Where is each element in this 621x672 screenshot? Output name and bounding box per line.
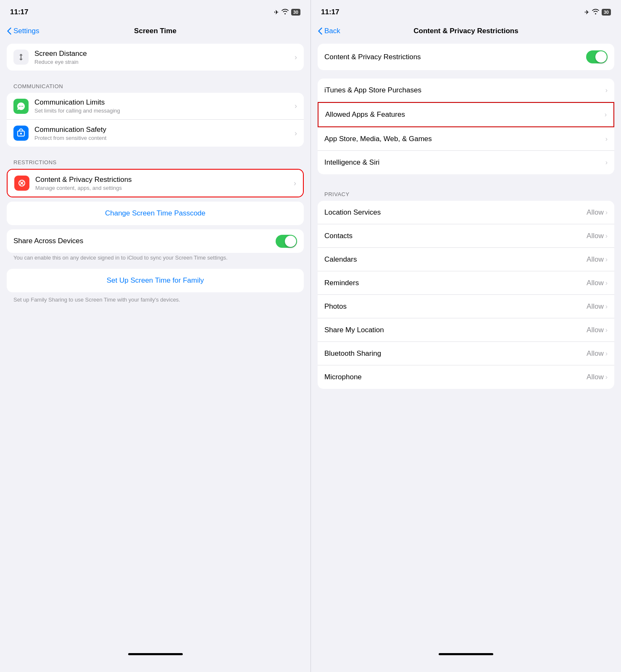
contacts-title: Contacts bbox=[324, 232, 353, 240]
svg-rect-4 bbox=[20, 133, 22, 134]
location-services-value: Allow bbox=[587, 208, 604, 217]
appstore-media-chevron: › bbox=[605, 135, 608, 143]
calendars-title: Calendars bbox=[324, 255, 357, 264]
allowed-apps-title: Allowed Apps & Features bbox=[325, 110, 405, 119]
photos-value: Allow bbox=[587, 302, 604, 311]
calendars-value: Allow bbox=[587, 255, 604, 264]
comm-safety-title: Communication Safety bbox=[34, 126, 291, 134]
content-privacy-toggle-title: Content & Privacy Restrictions bbox=[324, 53, 421, 61]
contacts-item[interactable]: Contacts Allow › bbox=[318, 224, 614, 248]
comm-limits-icon bbox=[13, 99, 29, 114]
comm-safety-subtitle: Protect from sensitive content bbox=[34, 135, 291, 141]
microphone-chevron: › bbox=[605, 373, 608, 381]
itunes-right: › bbox=[605, 87, 608, 94]
microphone-right: Allow › bbox=[587, 373, 608, 381]
screen-distance-subtitle: Reduce eye strain bbox=[34, 59, 291, 65]
content-privacy-card[interactable]: Content & Privacy Restrictions Manage co… bbox=[7, 169, 304, 197]
share-across-title: Share Across Devices bbox=[13, 237, 83, 245]
battery-right: 30 bbox=[602, 9, 611, 16]
calendars-item[interactable]: Calendars Allow › bbox=[318, 248, 614, 271]
share-location-item[interactable]: Share My Location Allow › bbox=[318, 318, 614, 342]
home-indicator-left bbox=[128, 653, 183, 655]
itunes-item[interactable]: iTunes & App Store Purchases › bbox=[318, 79, 614, 102]
reminders-chevron: › bbox=[605, 279, 608, 287]
reminders-item[interactable]: Reminders Allow › bbox=[318, 271, 614, 295]
svg-point-1 bbox=[21, 105, 21, 106]
status-bar-right: 11:17 ✈ 30 bbox=[311, 0, 621, 22]
photos-right: Allow › bbox=[587, 302, 608, 311]
calendars-chevron: › bbox=[605, 256, 608, 263]
top-items-card: iTunes & App Store Purchases › Allowed A… bbox=[318, 79, 614, 174]
content-privacy-chevron: › bbox=[294, 179, 296, 188]
siri-right: › bbox=[605, 159, 608, 166]
back-label-right: Back bbox=[324, 27, 340, 35]
change-passcode-card[interactable]: Change Screen Time Passcode bbox=[7, 202, 304, 225]
location-services-item[interactable]: Location Services Allow › bbox=[318, 201, 614, 224]
privacy-items-card: Location Services Allow › Contacts Allow… bbox=[318, 201, 614, 389]
status-time-right: 11:17 bbox=[321, 8, 339, 16]
allowed-apps-right: › bbox=[605, 111, 607, 118]
change-passcode-btn[interactable]: Change Screen Time Passcode bbox=[13, 209, 297, 218]
wifi-icon-right bbox=[592, 9, 599, 16]
wifi-icon-left bbox=[282, 9, 289, 16]
photos-item[interactable]: Photos Allow › bbox=[318, 295, 614, 318]
svg-point-2 bbox=[22, 105, 23, 106]
home-indicator-right bbox=[439, 653, 493, 655]
share-location-right: Allow › bbox=[587, 326, 608, 334]
privacy-section-label: PRIVACY bbox=[311, 183, 621, 201]
share-across-note: You can enable this on any device signed… bbox=[13, 254, 297, 262]
content-privacy-toggle[interactable] bbox=[586, 50, 608, 63]
status-time-left: 11:17 bbox=[10, 8, 28, 16]
itunes-title: iTunes & App Store Purchases bbox=[324, 86, 421, 94]
reminders-title: Reminders bbox=[324, 279, 359, 287]
content-privacy-title: Content & Privacy Restrictions bbox=[35, 176, 290, 184]
setup-family-card[interactable]: Set Up Screen Time for Family bbox=[7, 269, 304, 292]
toggle-knob bbox=[285, 236, 296, 247]
share-across-toggle[interactable] bbox=[276, 235, 297, 248]
airplane-icon-right: ✈ bbox=[584, 9, 589, 16]
battery-left: 30 bbox=[291, 9, 300, 16]
appstore-media-item[interactable]: App Store, Media, Web, & Games › bbox=[318, 127, 614, 151]
screen-distance-item[interactable]: Screen Distance Reduce eye strain › bbox=[7, 44, 304, 71]
bluetooth-value: Allow bbox=[587, 349, 604, 358]
siri-item[interactable]: Intelligence & Siri › bbox=[318, 151, 614, 174]
bluetooth-item[interactable]: Bluetooth Sharing Allow › bbox=[318, 342, 614, 365]
microphone-value: Allow bbox=[587, 373, 604, 381]
back-button-right[interactable]: Back bbox=[318, 27, 340, 35]
comm-safety-text: Communication Safety Protect from sensit… bbox=[34, 126, 291, 141]
allowed-apps-highlighted[interactable]: Allowed Apps & Features › bbox=[318, 102, 614, 127]
content-privacy-toggle-row: Content & Privacy Restrictions bbox=[318, 44, 614, 70]
appstore-media-title: App Store, Media, Web, & Games bbox=[324, 135, 432, 143]
communication-limits-item[interactable]: Communication Limits Set limits for call… bbox=[7, 93, 304, 120]
left-panel: 11:17 ✈ 30 Settings Screen Time bbox=[0, 0, 310, 672]
share-location-value: Allow bbox=[587, 326, 604, 334]
status-bar-left: 11:17 ✈ 30 bbox=[0, 0, 310, 22]
comm-safety-chevron: › bbox=[295, 129, 297, 138]
communication-safety-item[interactable]: Communication Safety Protect from sensit… bbox=[7, 120, 304, 147]
bluetooth-right: Allow › bbox=[587, 349, 608, 358]
status-icons-right: ✈ 30 bbox=[584, 9, 611, 16]
comm-limits-chevron: › bbox=[295, 102, 297, 110]
settings-back-button[interactable]: Settings bbox=[7, 27, 39, 35]
screen-distance-chevron: › bbox=[295, 53, 297, 62]
microphone-title: Microphone bbox=[324, 373, 362, 381]
siri-title: Intelligence & Siri bbox=[324, 158, 379, 167]
appstore-media-right: › bbox=[605, 135, 608, 143]
content-privacy-icon bbox=[14, 176, 29, 191]
comm-safety-icon bbox=[13, 126, 29, 141]
share-location-title: Share My Location bbox=[324, 326, 384, 334]
allowed-apps-item[interactable]: Allowed Apps & Features › bbox=[318, 103, 613, 126]
content-privacy-item[interactable]: Content & Privacy Restrictions Manage co… bbox=[8, 170, 303, 197]
share-location-chevron: › bbox=[605, 326, 608, 334]
share-across-card: Share Across Devices bbox=[7, 229, 304, 253]
contacts-value: Allow bbox=[587, 232, 604, 240]
bluetooth-chevron: › bbox=[605, 350, 608, 357]
back-label-left: Settings bbox=[13, 27, 39, 35]
setup-family-btn[interactable]: Set Up Screen Time for Family bbox=[13, 276, 297, 285]
microphone-item[interactable]: Microphone Allow › bbox=[318, 365, 614, 389]
toggle-knob-right bbox=[595, 51, 607, 63]
screen-distance-title: Screen Distance bbox=[34, 50, 291, 58]
content-privacy-subtitle: Manage content, apps, and settings bbox=[35, 185, 290, 191]
comm-limits-subtitle: Set limits for calling and messaging bbox=[34, 108, 291, 114]
screen-distance-card[interactable]: Screen Distance Reduce eye strain › bbox=[7, 44, 304, 71]
